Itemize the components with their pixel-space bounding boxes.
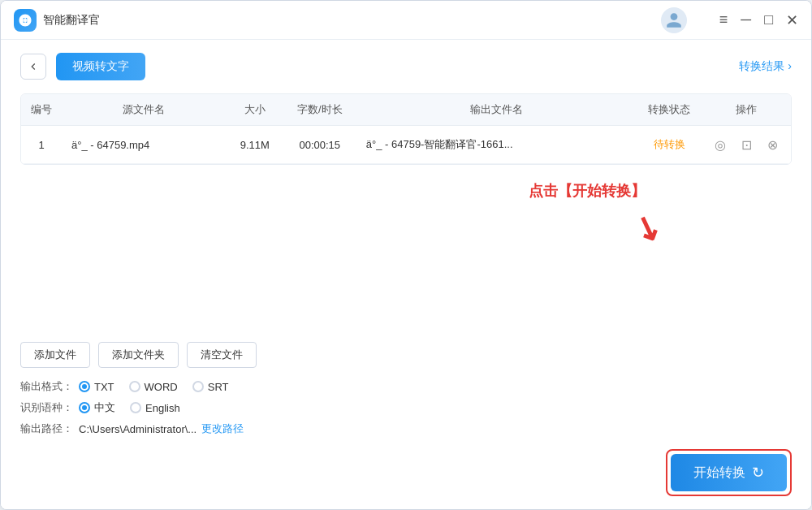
col-actions: 操作 [702,94,791,126]
lang-english-label: English [145,402,180,414]
menu-icon[interactable]: ≡ [719,11,728,28]
lang-label: 识别语种： [20,400,79,415]
lang-chinese-label: 中文 [94,400,115,415]
format-srt-radio[interactable] [192,381,204,392]
col-source: 源文件名 [62,94,227,126]
settings-panel: 输出格式： TXT WORD SRT [20,379,792,443]
col-output: 输出文件名 [356,94,637,126]
avatar-icon [665,11,683,29]
cell-id: 1 [21,126,62,164]
cell-actions: ◎ ⊡ ⊗ [702,126,791,164]
format-word-radio[interactable] [129,381,140,392]
col-size: 大小 [227,94,283,126]
app-title: 智能翻译官 [43,13,661,28]
cell-size: 9.11M [227,126,283,164]
lang-chinese-radio[interactable] [79,402,90,413]
format-setting-row: 输出格式： TXT WORD SRT [20,379,792,394]
start-convert-button[interactable]: 开始转换 ↻ [671,454,787,491]
bottom-area: 开始转换 ↻ [20,449,792,496]
col-status: 转换状态 [637,94,702,126]
path-setting-row: 输出路径： C:\Users\Administrator\... 更改路径 [20,421,792,436]
back-button[interactable] [20,54,46,80]
refresh-icon: ↻ [752,464,764,482]
convert-video-button[interactable]: 视频转文字 [56,53,145,80]
cell-duration: 00:00:15 [283,126,356,164]
format-txt-label: TXT [94,381,114,393]
lang-english[interactable]: English [130,402,180,414]
table: 编号 源文件名 大小 字数/时长 输出文件名 转换状态 操作 1 ä°_ - 6… [21,94,791,164]
format-radio-group: TXT WORD SRT [79,381,229,393]
titlebar: 智能翻译官 ≡ ─ □ ✕ [1,1,811,40]
close-button[interactable]: ✕ [786,11,798,29]
col-id: 编号 [21,94,62,126]
add-file-button[interactable]: 添加文件 [20,342,90,368]
format-srt[interactable]: SRT [192,381,229,393]
annotation-area: 点击【开始转换】 ↘ [20,165,792,342]
path-value: C:\Users\Administrator\... [79,423,197,435]
user-avatar[interactable] [661,7,687,33]
main-content: 视频转文字 转换结果 › 编号 源文件名 大小 字数/时长 输出文件名 转换状态… [1,40,811,509]
logo-icon [18,13,32,28]
format-word-label: WORD [145,381,178,393]
start-btn-wrapper: 开始转换 ↻ [666,449,792,496]
annotation-text: 点击【开始转换】 [529,181,646,201]
lang-chinese[interactable]: 中文 [79,400,115,415]
lang-setting-row: 识别语种： 中文 English [20,400,792,415]
toolbar: 视频转文字 转换结果 › [20,53,792,80]
lang-radio-group: 中文 English [79,400,180,415]
path-label: 输出路径： [20,421,79,436]
clear-files-button[interactable]: 清空文件 [187,342,257,368]
table-body: 1 ä°_ - 64759.mp4 9.11M 00:00:15 ä°_ - 6… [21,126,791,164]
format-txt-radio[interactable] [79,381,90,392]
cell-output-name: ä°_ - 64759-智能翻译官-1661... [356,126,637,164]
app-logo [14,9,37,32]
file-table: 编号 源文件名 大小 字数/时长 输出文件名 转换状态 操作 1 ä°_ - 6… [20,93,792,165]
format-word[interactable]: WORD [129,381,178,393]
format-srt-label: SRT [208,381,229,393]
cell-status: 待转换 [637,126,702,164]
start-btn-label: 开始转换 [693,465,745,482]
col-duration: 字数/时长 [283,94,356,126]
back-icon [27,60,40,73]
window-controls: ≡ ─ □ ✕ [719,11,798,29]
annotation-arrow: ↘ [628,206,667,251]
format-label: 输出格式： [20,379,79,394]
action-icons: ◎ ⊡ ⊗ [711,136,781,153]
preview-icon[interactable]: ◎ [711,136,729,153]
add-folder-button[interactable]: 添加文件夹 [98,342,179,368]
result-link[interactable]: 转换结果 › [739,59,792,74]
lang-english-radio[interactable] [130,402,141,413]
delete-icon[interactable]: ⊗ [763,136,781,153]
change-path-link[interactable]: 更改路径 [201,421,244,436]
file-buttons: 添加文件 添加文件夹 清空文件 [20,342,792,368]
cell-source-name: ä°_ - 64759.mp4 [62,126,227,164]
table-header: 编号 源文件名 大小 字数/时长 输出文件名 转换状态 操作 [21,94,791,126]
format-txt[interactable]: TXT [79,381,114,393]
folder-icon[interactable]: ⊡ [737,136,755,153]
minimize-button[interactable]: ─ [741,11,751,28]
maximize-button[interactable]: □ [764,11,773,28]
table-row: 1 ä°_ - 64759.mp4 9.11M 00:00:15 ä°_ - 6… [21,126,791,164]
